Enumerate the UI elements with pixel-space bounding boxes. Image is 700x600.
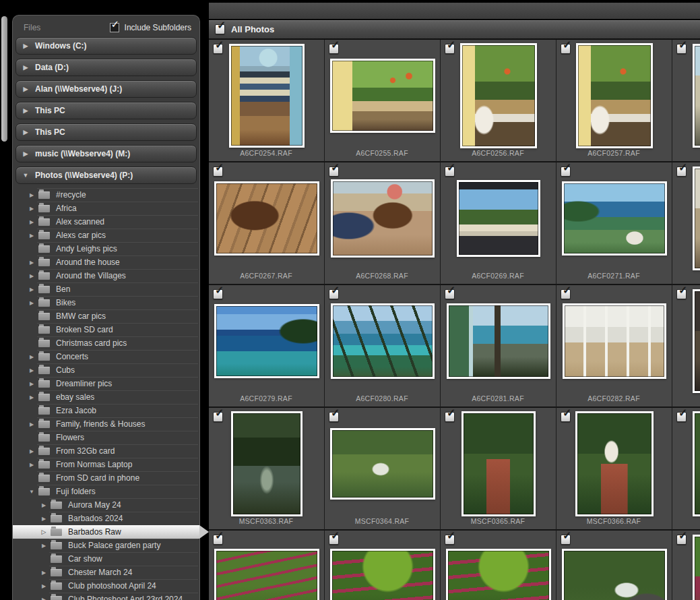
drive-item[interactable]: ▶This PC [15, 123, 197, 141]
photo-cell[interactable]: ✓ [441, 531, 556, 600]
photo-checkbox[interactable]: ✓ [676, 44, 687, 54]
folder-row[interactable]: Christmas card pics [13, 336, 199, 350]
photo-thumbnail[interactable] [693, 411, 700, 516]
folder-row[interactable]: ▶Family, friends & Houses [13, 417, 199, 431]
chevron-right-icon[interactable]: ▷ [38, 529, 49, 535]
photo-checkbox[interactable]: ✓ [329, 44, 339, 54]
photo-checkbox[interactable]: ✓ [561, 535, 571, 545]
all-photos-checkbox[interactable]: ✓ [215, 24, 225, 34]
folder-row[interactable]: ▶Bikes [13, 296, 199, 309]
folder-row[interactable]: ▶Buck Palace garden party [13, 539, 199, 552]
photo-thumbnail[interactable] [446, 549, 551, 600]
chevron-right-icon[interactable]: ▶ [38, 583, 49, 589]
photo-thumbnail[interactable] [447, 303, 550, 379]
photo-cell[interactable]: ✓MSCF0364.RAF [325, 408, 441, 531]
drive-item[interactable]: ▶This PC [15, 102, 197, 119]
chevron-right-icon[interactable]: ▶ [26, 421, 37, 427]
photo-cell[interactable]: ✓MSCF0363.RAF [209, 408, 325, 531]
chevron-right-icon[interactable]: ▶ [26, 381, 37, 387]
folder-row[interactable]: ▶Ben [13, 282, 199, 296]
folder-row[interactable]: ▶Club photoshoot April 24 [13, 579, 199, 593]
photo-checkbox[interactable]: ✓ [445, 44, 455, 54]
folder-row[interactable]: Ezra Jacob [13, 404, 199, 417]
photo-cell[interactable]: ✓ [325, 531, 441, 600]
photo-checkbox[interactable]: ✓ [213, 44, 223, 54]
folder-row-selected[interactable]: ▷Barbados Raw [13, 525, 199, 539]
folder-row[interactable]: ▼Fuji folders [13, 485, 199, 498]
photo-cell[interactable]: ✓A6CF0280.RAF [325, 285, 441, 408]
photo-thumbnail[interactable] [330, 549, 435, 600]
folder-row[interactable]: ▶#recycle [13, 188, 199, 202]
photo-thumbnail[interactable] [330, 59, 435, 133]
chevron-right-icon[interactable]: ▶ [16, 107, 35, 114]
chevron-right-icon[interactable]: ▶ [26, 448, 37, 454]
drive-item[interactable]: ▶Data (D:) [15, 59, 197, 76]
photo-checkbox[interactable]: ✓ [676, 167, 687, 177]
folder-row[interactable]: ▶Chester March 24 [13, 566, 199, 579]
photo-checkbox[interactable]: ✓ [445, 412, 455, 422]
photo-thumbnail[interactable] [575, 411, 654, 516]
photo-cell[interactable]: ✓MSCF0366.RAF [556, 408, 672, 531]
folder-row[interactable]: ▶From 32Gb card [13, 444, 199, 458]
photo-cell[interactable]: ✓A6CF0256.RAF [441, 40, 556, 162]
photo-checkbox[interactable]: ✓ [561, 289, 571, 299]
photo-thumbnail[interactable] [562, 181, 667, 256]
photo-thumbnail[interactable] [331, 179, 435, 258]
photo-checkbox[interactable]: ✓ [213, 535, 223, 545]
folder-row[interactable]: ▶Cubs [13, 363, 199, 377]
folder-row[interactable]: ▶Club Photoshoot Aprl 23rd 2024 [13, 593, 199, 600]
photo-checkbox[interactable]: ✓ [213, 167, 223, 177]
folder-row[interactable]: ▶Around the Villages [13, 269, 199, 282]
chevron-right-icon[interactable]: ▶ [38, 597, 49, 600]
chevron-right-icon[interactable]: ▶ [16, 42, 35, 49]
photo-cell[interactable]: ✓A6CF0255.RAF [325, 40, 441, 162]
photo-checkbox[interactable]: ✓ [676, 289, 687, 299]
chevron-right-icon[interactable]: ▶ [26, 462, 37, 468]
include-subfolders-checkbox[interactable]: ✓ [110, 23, 119, 32]
photo-thumbnail[interactable] [214, 549, 319, 600]
photo-cell[interactable]: ✓ [672, 40, 700, 162]
photo-cell[interactable]: ✓A6CF0281.RAF [441, 285, 556, 408]
chevron-right-icon[interactable]: ▶ [26, 394, 37, 400]
photo-cell[interactable]: ✓ [556, 531, 672, 600]
chevron-right-icon[interactable]: ▶ [16, 150, 35, 157]
photo-checkbox[interactable]: ✓ [676, 535, 687, 545]
chevron-right-icon[interactable]: ▶ [16, 86, 35, 92]
chevron-right-icon[interactable]: ▶ [26, 260, 37, 266]
folder-row[interactable]: From SD card in phone [13, 471, 199, 485]
photo-checkbox[interactable]: ✓ [213, 289, 223, 299]
photo-thumbnail[interactable] [457, 180, 540, 257]
chevron-right-icon[interactable]: ▶ [38, 502, 49, 508]
chevron-right-icon[interactable]: ▶ [38, 570, 49, 576]
chevron-right-icon[interactable]: ▶ [26, 273, 37, 279]
photo-thumbnail[interactable] [229, 44, 305, 148]
folder-row[interactable]: ▶Alex scanned [13, 215, 199, 229]
photo-cell[interactable]: ✓ [672, 285, 700, 408]
photo-cell[interactable]: ✓A6CF0257.RAF [556, 40, 672, 162]
photo-checkbox[interactable]: ✓ [445, 535, 455, 545]
photo-checkbox[interactable]: ✓ [561, 44, 571, 54]
photo-thumbnail[interactable] [563, 303, 666, 379]
chevron-right-icon[interactable]: ▶ [38, 516, 49, 522]
photo-cell[interactable]: ✓A6CF0267.RAF [209, 162, 325, 285]
photo-cell[interactable]: ✓A6CF0271.RAF [556, 162, 672, 285]
photo-cell[interactable]: ✓A6CF0268.RAF [325, 162, 441, 285]
drive-item[interactable]: ▶Windows (C:) [15, 37, 197, 55]
photo-thumbnail[interactable] [693, 44, 700, 148]
folder-row[interactable]: ▶Concerts [13, 350, 199, 363]
chevron-down-icon[interactable]: ▼ [16, 172, 35, 179]
folder-row[interactable]: ▶Around the house [13, 256, 199, 269]
chevron-right-icon[interactable]: ▶ [38, 543, 49, 549]
photo-checkbox[interactable]: ✓ [561, 412, 571, 422]
photo-cell[interactable]: ✓MSCF0365.RAF [441, 408, 556, 531]
photo-cell[interactable]: ✓A6CF0269.RAF [441, 162, 556, 285]
photo-checkbox[interactable]: ✓ [329, 535, 339, 545]
photo-thumbnail[interactable] [331, 303, 435, 379]
folder-row[interactable]: Flowers [13, 431, 199, 444]
photo-cell[interactable]: ✓ [672, 531, 700, 600]
chevron-right-icon[interactable]: ▶ [26, 233, 37, 239]
chevron-right-icon[interactable]: ▶ [26, 206, 37, 212]
folder-row[interactable]: BMW car pics [13, 309, 199, 323]
photo-thumbnail[interactable] [214, 304, 319, 378]
folder-row[interactable]: ▶Dreamliner pics [13, 377, 199, 390]
